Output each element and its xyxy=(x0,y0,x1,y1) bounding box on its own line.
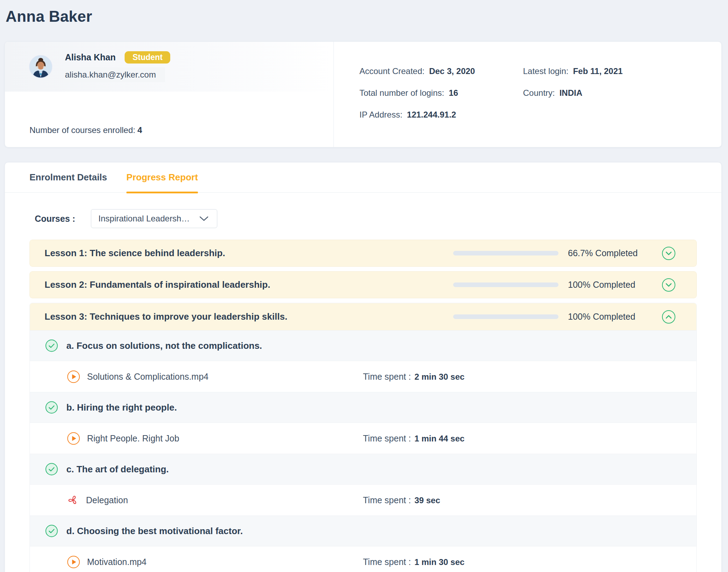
time-spent-value: 1 min 44 sec xyxy=(415,434,465,444)
time-spent-label: Time spent : xyxy=(363,433,411,444)
account-info-row: IP Address: 121.244.91.2 xyxy=(359,110,721,120)
courses-enrolled-value: 4 xyxy=(137,125,142,135)
lesson-block: Lesson 1: The science behind leadership.… xyxy=(29,240,697,267)
lesson-progress-label: 66.7% Completed xyxy=(568,248,662,258)
play-video-icon[interactable] xyxy=(67,556,80,568)
lesson-list: Lesson 1: The science behind leadership.… xyxy=(29,240,697,572)
play-video-icon[interactable] xyxy=(67,432,80,445)
courses-enrolled: Number of courses enrolled:4 xyxy=(29,125,142,135)
tab-enrolment-details[interactable]: Enrolment Details xyxy=(29,162,107,193)
account-info-item: Country: INDIA xyxy=(523,88,582,98)
time-spent-label: Time spent : xyxy=(363,495,411,505)
play-video-icon[interactable] xyxy=(67,556,80,568)
topic-title: d. Choosing the best motivational factor… xyxy=(66,526,243,537)
tab-progress-report[interactable]: Progress Report xyxy=(126,162,198,193)
courses-filter-label: Courses : xyxy=(35,214,75,224)
account-info-value: INDIA xyxy=(560,88,582,98)
topic-row: a. Focus on solutions, not the complicat… xyxy=(30,330,696,361)
lesson-header-row[interactable]: Lesson 2: Fundamentals of inspirational … xyxy=(29,271,697,298)
lesson-progress-label: 100% Completed xyxy=(568,312,662,322)
resource-row: Delegation Time spent : 39 sec xyxy=(30,485,696,516)
lesson-header-row[interactable]: Lesson 1: The science behind leadership.… xyxy=(29,240,697,267)
chevron-down-icon xyxy=(199,216,209,221)
account-info-item: Total number of logins: 16 xyxy=(359,88,523,98)
time-spent: Time spent : 39 sec xyxy=(363,495,440,505)
time-spent-value: 2 min 30 sec xyxy=(415,372,465,382)
resource-name[interactable]: Right People. Right Job xyxy=(87,433,179,444)
avatar-illustration xyxy=(30,56,52,78)
completed-check-icon xyxy=(45,525,58,537)
time-spent: Time spent : 1 min 30 sec xyxy=(363,557,464,567)
account-info-label: Country: xyxy=(523,88,555,98)
play-video-icon[interactable] xyxy=(67,370,80,383)
lesson-title: Lesson 2: Fundamentals of inspirational … xyxy=(45,279,453,290)
profile-left-pane: Alisha Khan Student alisha.khan@zylker.c… xyxy=(5,42,333,147)
play-video-icon[interactable] xyxy=(67,432,80,445)
profile-card: Alisha Khan Student alisha.khan@zylker.c… xyxy=(5,41,722,147)
courses-enrolled-label: Number of courses enrolled: xyxy=(29,125,135,135)
courses-filter-row: Courses : Inspirational Leadersh… xyxy=(35,209,721,228)
topic-row: b. Hiring the right people. xyxy=(30,392,696,423)
topic-row: c. The art of delegating. xyxy=(30,454,696,485)
lesson-progress-bar xyxy=(453,314,558,319)
completed-check-icon xyxy=(45,401,58,414)
lesson-block: Lesson 3: Techniques to improve your lea… xyxy=(29,303,697,572)
chevron-up-icon xyxy=(665,315,672,319)
account-info-label: Account Created: xyxy=(359,66,424,76)
account-info-label: Latest login: xyxy=(523,66,568,76)
account-info-item: Latest login: Feb 11, 2021 xyxy=(523,66,623,76)
avatar xyxy=(29,55,52,78)
resource-name[interactable]: Delegation xyxy=(86,495,128,505)
account-info-row: Total number of logins: 16 Country: INDI… xyxy=(359,88,721,98)
user-name: Alisha Khan xyxy=(65,52,115,62)
lesson-progress-bar xyxy=(453,282,558,287)
pdf-file-icon[interactable] xyxy=(67,494,79,506)
resource-row: Solutions & Complications.mp4 Time spent… xyxy=(30,361,696,392)
time-spent: Time spent : 2 min 30 sec xyxy=(363,372,464,382)
lesson-header-row[interactable]: Lesson 3: Techniques to improve your lea… xyxy=(30,303,696,330)
lesson-expand-button[interactable] xyxy=(662,278,675,292)
account-info-pane: Account Created: Dec 3, 2020 Latest logi… xyxy=(333,42,721,147)
account-info-item: Account Created: Dec 3, 2020 xyxy=(359,66,523,76)
completed-check-icon xyxy=(45,339,58,352)
lesson-body: a. Focus on solutions, not the complicat… xyxy=(30,330,696,572)
chevron-down-icon xyxy=(665,251,672,255)
page-title: Anna Baker xyxy=(6,8,92,25)
account-info-value: 16 xyxy=(449,88,458,98)
topic-title: b. Hiring the right people. xyxy=(66,402,177,413)
topic-row: d. Choosing the best motivational factor… xyxy=(30,516,696,546)
resource-row: Right People. Right Job Time spent : 1 m… xyxy=(30,423,696,454)
lesson-progress-label: 100% Completed xyxy=(568,280,662,290)
course-select-value: Inspirational Leadersh… xyxy=(98,214,190,224)
completed-check-icon xyxy=(45,463,58,475)
user-email: alisha.khan@zylker.com xyxy=(65,67,165,82)
chevron-down-icon xyxy=(665,283,672,287)
account-info-item: IP Address: 121.244.91.2 xyxy=(359,110,523,120)
resource-name[interactable]: Solutions & Complications.mp4 xyxy=(87,372,209,382)
resource-row: Motivation.mp4 Time spent : 1 min 30 sec xyxy=(30,546,696,572)
account-info-value: 121.244.91.2 xyxy=(407,110,456,120)
course-select-dropdown[interactable]: Inspirational Leadersh… xyxy=(91,209,217,228)
lesson-expand-button[interactable] xyxy=(662,310,675,324)
lesson-title: Lesson 3: Techniques to improve your lea… xyxy=(45,311,453,322)
account-info-value: Feb 11, 2021 xyxy=(573,66,622,76)
time-spent-value: 1 min 30 sec xyxy=(415,557,465,567)
lesson-progress-bar xyxy=(453,251,558,255)
account-info-row: Account Created: Dec 3, 2020 Latest logi… xyxy=(359,66,721,76)
time-spent: Time spent : 1 min 44 sec xyxy=(363,433,464,444)
report-card: Enrolment DetailsProgress Report Courses… xyxy=(5,162,722,572)
lesson-expand-button[interactable] xyxy=(662,247,675,260)
time-spent-label: Time spent : xyxy=(363,557,411,567)
account-info-label: Total number of logins: xyxy=(359,88,444,98)
topic-title: a. Focus on solutions, not the complicat… xyxy=(66,340,262,351)
role-badge: Student xyxy=(125,51,170,64)
play-video-icon[interactable] xyxy=(67,370,80,383)
resource-name[interactable]: Motivation.mp4 xyxy=(87,557,147,567)
time-spent-label: Time spent : xyxy=(363,372,411,382)
account-info-value: Dec 3, 2020 xyxy=(429,66,475,76)
account-info-label: IP Address: xyxy=(359,110,402,120)
identity-block: Alisha Khan Student alisha.khan@zylker.c… xyxy=(5,42,333,92)
lesson-title: Lesson 1: The science behind leadership. xyxy=(45,248,453,259)
pdf-file-icon[interactable] xyxy=(67,494,79,506)
topic-title: c. The art of delegating. xyxy=(66,464,169,475)
